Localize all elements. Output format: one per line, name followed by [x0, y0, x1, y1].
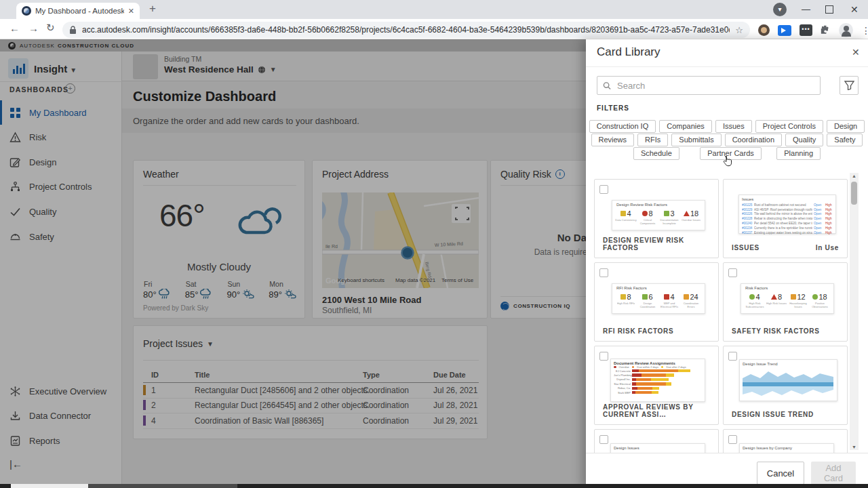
- add-card-button[interactable]: Add Card: [811, 462, 856, 485]
- filter-chip[interactable]: Coordination: [725, 134, 782, 146]
- library-card-design-issue-trend[interactable]: Design Issue Trend DESIGN ISSUE TREND: [723, 346, 848, 425]
- search-icon: [603, 81, 611, 90]
- lock-icon: [69, 26, 77, 35]
- modal-backdrop[interactable]: [0, 39, 586, 488]
- window-minimize-button[interactable]: —: [802, 4, 810, 14]
- stat: 12Housekeeping Issues: [787, 293, 809, 309]
- card-thumbnail: Document Review Assignments Overdue Due …: [610, 359, 705, 402]
- filter-funnel-button[interactable]: [840, 76, 859, 95]
- library-card-rfi-risk-factors[interactable]: RFI Risk Factors 8High Risk RFIs 6Design…: [594, 262, 719, 342]
- extensions-area: ••• ⋮: [758, 23, 868, 37]
- search-input[interactable]: [597, 76, 821, 95]
- new-tab-button[interactable]: +: [149, 2, 156, 16]
- video-extension-icon[interactable]: [778, 25, 791, 36]
- stat-icon: [771, 294, 777, 300]
- stat-icon: [684, 294, 689, 300]
- back-button[interactable]: ←: [9, 22, 20, 34]
- card-checkbox[interactable]: [728, 268, 737, 277]
- profile-avatar[interactable]: [839, 23, 853, 37]
- window-restore-button[interactable]: [825, 5, 833, 14]
- browser-menu-icon[interactable]: ⋮: [861, 25, 868, 36]
- progress-buffered: [88, 484, 237, 488]
- scrollbar-thumb[interactable]: [851, 182, 857, 205]
- stat-icon: [642, 294, 648, 300]
- filter-chip[interactable]: Schedule: [633, 147, 679, 160]
- card-checkbox[interactable]: [599, 352, 608, 361]
- browser-toolbar: ← → ↻ acc.autodesk.com/insight/accounts/…: [0, 19, 868, 39]
- in-use-badge: In Use: [816, 244, 839, 251]
- card-thumbnail: Risk Factors 4High Risk Subcontractors 8…: [741, 283, 834, 314]
- library-card-issues[interactable]: Issues #00225Rust of bathroom cabinet no…: [723, 179, 848, 258]
- card-thumbnail: Design Review Risk Factors 4Data Consist…: [612, 200, 705, 230]
- card-thumbnail: Issues #00225Rust of bathroom cabinet no…: [738, 195, 836, 234]
- video-progress-bar: [0, 484, 868, 488]
- card-caption: SAFETY RISK FACTORS: [732, 327, 820, 335]
- mouse-cursor-icon: [723, 156, 733, 167]
- filter-chip[interactable]: RFIs: [637, 134, 668, 146]
- search-field[interactable]: [616, 80, 814, 92]
- divider: [586, 66, 868, 67]
- stats-row: 4Data Consistency 8Critical Components 3…: [615, 209, 702, 226]
- browser-update-icon[interactable]: ▾: [773, 3, 787, 16]
- card-checkbox[interactable]: [599, 268, 608, 277]
- filter-chip[interactable]: Companies: [659, 120, 712, 133]
- panel-scrollbar[interactable]: ▲ ▼: [850, 173, 859, 450]
- library-card-safety-risk-factors[interactable]: Risk Factors 4High Risk Subcontractors 8…: [723, 262, 848, 342]
- window-close-button[interactable]: ✕: [850, 4, 859, 15]
- stat: 4High Risk Subcontractors: [744, 293, 766, 309]
- scroll-down-icon[interactable]: ▼: [850, 445, 859, 449]
- filter-chip-row: ReviewsRFIsSubmittalsCoordinationQuality…: [586, 133, 868, 146]
- browser-tab[interactable]: My Dashboard - Autodesk Insigh ✕: [16, 3, 140, 19]
- dots-extension-icon[interactable]: •••: [800, 24, 812, 36]
- card-checkbox[interactable]: [728, 352, 737, 361]
- panel-close-icon[interactable]: ✕: [852, 47, 860, 58]
- address-bar[interactable]: acc.autodesk.com/insight/accounts/666385…: [62, 22, 750, 38]
- card-checkbox[interactable]: [599, 185, 608, 194]
- filter-chip[interactable]: Safety: [827, 134, 863, 146]
- stream-chart: [743, 367, 833, 399]
- scroll-up-icon[interactable]: ▲: [850, 174, 859, 178]
- filter-chip[interactable]: Construction IQ: [589, 120, 656, 133]
- card-library-panel: Card Library ✕ FILTERS Construction IQCo…: [586, 39, 868, 488]
- mini-issue-row: #00237Existing copper water lines restin…: [742, 230, 833, 235]
- filter-chip[interactable]: Design: [827, 120, 865, 133]
- reload-button[interactable]: ↻: [46, 22, 55, 34]
- cancel-button[interactable]: Cancel: [757, 462, 804, 485]
- forward-button[interactable]: →: [28, 22, 39, 34]
- library-card-approval-reviews[interactable]: Document Review Assignments Overdue Due …: [594, 346, 719, 425]
- filter-chip[interactable]: Quality: [785, 134, 823, 146]
- stat: 8High Risk RFIs: [615, 293, 637, 309]
- filter-chip[interactable]: Reviews: [591, 134, 635, 146]
- filter-chip[interactable]: Submittals: [671, 134, 721, 146]
- stat: 4Data Consistency: [615, 209, 637, 226]
- stat-icon: [664, 294, 669, 300]
- card-thumbnail: RFI Risk Factors 8High Risk RFIs 6Design…: [612, 283, 705, 314]
- library-card-design-review-risk-factors[interactable]: Design Review Risk Factors 4Data Consist…: [594, 179, 719, 258]
- filter-chip[interactable]: Project Controls: [755, 120, 823, 133]
- stat: 24Coordination Errors: [680, 293, 702, 309]
- stats-row: 4High Risk Subcontractors 8High Risk Iss…: [744, 293, 831, 309]
- card-caption: DESIGN REVIEW RISK FACTORS: [603, 237, 710, 251]
- puzzle-extensions-icon[interactable]: [821, 25, 831, 35]
- filter-chip[interactable]: Planning: [776, 147, 821, 160]
- legend-dot: [632, 366, 635, 369]
- filter-chip[interactable]: Issues: [715, 120, 752, 133]
- stat: 8Critical Components: [637, 209, 658, 226]
- card-caption: RFI RISK FACTORS: [603, 327, 673, 335]
- mini-issue-row: #00240Per detail 5542 on sheet EE20, the…: [742, 221, 833, 226]
- filter-chip-row: Construction IQCompaniesIssuesProject Co…: [586, 119, 868, 133]
- card-checkbox[interactable]: [728, 435, 737, 444]
- tab-title: My Dashboard - Autodesk Insigh: [35, 7, 124, 15]
- stats-row: 8High Risk RFIs 6Design Coordination 4ME…: [615, 293, 702, 309]
- stat-icon: [642, 211, 648, 216]
- panel-footer: Cancel Add Card: [586, 453, 868, 488]
- extension-icon[interactable]: [758, 24, 770, 36]
- mini-issue-row: #00226Tile wall behind the mirror is abo…: [742, 212, 833, 217]
- tab-close-icon[interactable]: ✕: [128, 7, 134, 16]
- stat-icon: [812, 294, 818, 300]
- card-checkbox[interactable]: [599, 435, 608, 444]
- bookmark-star-icon[interactable]: ☆: [735, 25, 743, 35]
- stat: 4MEP and Electrical RFIs: [658, 293, 680, 309]
- progress-played: [11, 484, 88, 488]
- panel-title: Card Library: [597, 45, 660, 59]
